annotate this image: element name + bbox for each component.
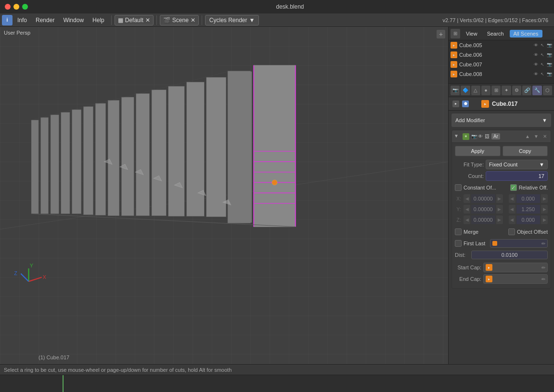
rel-y-right[interactable]: ▶ <box>541 205 548 214</box>
end-cap-field[interactable]: ▸ ✏ <box>483 274 548 284</box>
vis-render-3[interactable]: 📷 <box>546 71 552 77</box>
object-offset-item[interactable]: Object Offset <box>508 228 548 235</box>
rel-y-left[interactable]: ◀ <box>509 205 515 214</box>
workspace-dropdown[interactable]: ▦ Default ✕ <box>115 15 154 25</box>
first-last-item[interactable]: First Last <box>455 240 485 247</box>
scene-dropdown[interactable]: 🎬 Scene ✕ <box>160 15 199 25</box>
timeline-cursor[interactable] <box>63 375 64 392</box>
constant-offset-item[interactable]: Constant Of... <box>455 184 496 191</box>
close-button[interactable] <box>5 4 11 10</box>
viewport[interactable]: X Y Z User Persp + (1) Cube.017 <box>0 27 448 364</box>
menu-help[interactable]: Help <box>89 16 108 25</box>
vis-eye-1[interactable]: 👁 <box>533 52 539 58</box>
tab-search[interactable]: Search <box>483 30 508 38</box>
vis-eye-2[interactable]: 👁 <box>533 62 539 67</box>
props-toolbar: 📷 🔷 △ ● ⊞ ✦ ⚙ 🔗 🔧 ⬡ <box>449 84 554 97</box>
const-x-row: X: ◀ 0.00000 ▶ ◀ 0.000 ▶ <box>455 194 548 203</box>
const-z-left[interactable]: ◀ <box>464 215 470 224</box>
const-y-value[interactable]: 0.00000 <box>471 205 495 214</box>
outliner-item-3[interactable]: ▸ Cube.008 👁 ↖ 📷 <box>449 69 554 79</box>
rel-x-right[interactable]: ▶ <box>541 194 548 203</box>
fit-type-dropdown[interactable]: Fixed Count ▼ <box>486 160 548 169</box>
object-offset-checkbox[interactable] <box>508 228 515 235</box>
add-modifier-bar[interactable]: Add Modifier ▼ <box>451 114 551 127</box>
const-y-label: Y: <box>455 207 463 212</box>
mod-close-icon[interactable]: ✕ <box>541 133 549 140</box>
props-btn-camera[interactable]: 📷 <box>451 86 460 95</box>
merge-item[interactable]: Merge <box>455 228 478 235</box>
tab-all-scenes[interactable]: All Scenes <box>510 30 542 38</box>
apply-button[interactable]: Apply <box>455 146 501 156</box>
merge-checkbox[interactable] <box>455 228 462 235</box>
props-btn-texture[interactable]: ⊞ <box>491 86 501 95</box>
first-last-checkbox[interactable] <box>455 240 462 247</box>
svg-rect-7 <box>83 106 93 215</box>
outliner-icon-btn[interactable]: ⊞ <box>451 29 460 38</box>
const-x-right[interactable]: ▶ <box>496 194 503 203</box>
const-x-value[interactable]: 0.00000 <box>471 194 495 203</box>
svg-text:Z: Z <box>14 270 17 276</box>
merge-object-row: Merge Object Offset <box>455 227 548 237</box>
object-icon-3: ▸ <box>451 71 457 77</box>
engine-dropdown[interactable]: Cycles Render ▼ <box>205 15 259 25</box>
maximize-button[interactable] <box>22 4 28 10</box>
start-cap-edit[interactable]: ✏ <box>541 265 545 270</box>
vis-cursor-2[interactable]: ↖ <box>540 62 545 67</box>
const-y-left[interactable]: ◀ <box>464 205 470 214</box>
menu-render[interactable]: Render <box>32 16 58 25</box>
outliner-item-0[interactable]: ▸ Cube.005 👁 ↖ 📷 <box>449 40 554 50</box>
rel-z-right[interactable]: ▶ <box>541 215 548 224</box>
count-field[interactable]: 17 <box>486 171 548 181</box>
const-z-value[interactable]: 0.00000 <box>471 215 495 224</box>
modifier-block: ▼ ≡ 📷 👁 🖼 Ar ▲ ▼ ✕ Apply <box>451 130 551 289</box>
rel-x-value[interactable]: 0.000 <box>516 194 541 203</box>
vis-cursor-1[interactable]: ↖ <box>540 52 545 58</box>
props-btn-obj[interactable]: 🔷 <box>461 86 470 95</box>
constant-offset-checkbox[interactable] <box>455 184 462 191</box>
relative-offset-item[interactable]: ✓ Relative Off. <box>510 184 548 191</box>
props-btn-mesh[interactable]: △ <box>471 86 480 95</box>
relative-offset-checkbox[interactable]: ✓ <box>510 184 517 191</box>
rel-y-value[interactable]: 1.250 <box>516 205 541 214</box>
viewport-add-button[interactable]: + <box>437 30 445 38</box>
vis-cursor-0[interactable]: ↖ <box>540 42 545 48</box>
dist-field[interactable]: 0.0100 <box>471 251 548 259</box>
props-btn-data[interactable]: ⬡ <box>543 86 552 95</box>
vis-eye-3[interactable]: 👁 <box>533 71 539 77</box>
modifier-collapse-icon[interactable]: ▼ <box>454 133 461 140</box>
copy-button[interactable]: Copy <box>502 146 548 156</box>
mod-down-icon[interactable]: ▼ <box>532 133 540 140</box>
modifier-type-icon: ≡ <box>463 133 469 140</box>
vis-render-2[interactable]: 📷 <box>546 62 552 67</box>
const-x-left[interactable]: ◀ <box>464 194 470 203</box>
const-y-right[interactable]: ▶ <box>496 205 503 214</box>
object-icon-0: ▸ <box>451 42 457 49</box>
end-cap-edit[interactable]: ✏ <box>541 277 545 282</box>
timeline-track[interactable] <box>0 375 554 392</box>
first-last-edit[interactable]: ✏ <box>541 241 545 246</box>
outliner-item-2[interactable]: ▸ Cube.007 👁 ↖ 📷 <box>449 60 554 69</box>
props-btn-material[interactable]: ● <box>481 86 490 95</box>
rel-z-value[interactable]: 0.000 <box>516 215 541 224</box>
mod-up-icon[interactable]: ▲ <box>524 133 531 140</box>
vis-render-0[interactable]: 📷 <box>546 42 552 48</box>
start-cap-field[interactable]: ▸ ✏ <box>483 263 548 272</box>
rel-z-left[interactable]: ◀ <box>509 215 515 224</box>
svg-line-32 <box>21 274 28 281</box>
info-icon[interactable]: i <box>2 15 13 25</box>
minimize-button[interactable] <box>13 4 19 10</box>
vis-eye-0[interactable]: 👁 <box>533 42 539 48</box>
menu-info[interactable]: Info <box>13 16 31 25</box>
props-btn-constraints[interactable]: 🔗 <box>522 86 531 95</box>
props-btn-particles[interactable]: ✦ <box>502 86 511 95</box>
tab-view[interactable]: View <box>462 30 481 38</box>
props-btn-physics[interactable]: ⚙ <box>512 86 521 95</box>
rel-x-left[interactable]: ◀ <box>509 194 515 203</box>
props-btn-modifiers[interactable]: 🔧 <box>532 86 541 95</box>
const-z-right[interactable]: ▶ <box>496 215 503 224</box>
outliner-item-1[interactable]: ▸ Cube.006 👁 ↖ 📷 <box>449 50 554 60</box>
vis-render-1[interactable]: 📷 <box>546 52 552 58</box>
breadcrumb-icon: ▸ <box>452 101 459 107</box>
menu-window[interactable]: Window <box>59 16 88 25</box>
vis-cursor-3[interactable]: ↖ <box>540 71 545 77</box>
